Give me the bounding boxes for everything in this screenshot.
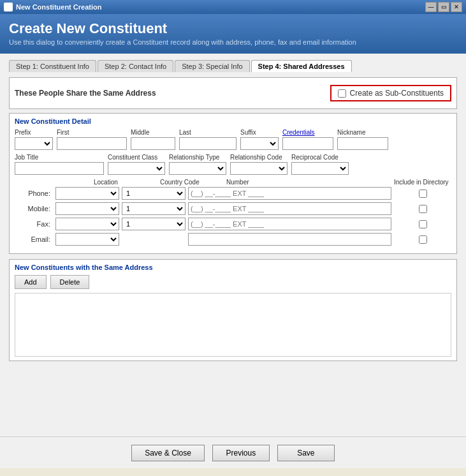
header: Create New Constituent Use this dialog t… — [0, 14, 466, 54]
constituents-btn-row: Add Delete — [15, 275, 451, 289]
detail-section: New Constituent Detail Prefix First Midd… — [9, 113, 457, 254]
job-title-input[interactable] — [15, 162, 104, 175]
phone-dir-checkbox[interactable] — [419, 190, 427, 198]
phone-label: Phone: — [15, 190, 53, 197]
fax-country-select[interactable]: 1 — [122, 218, 186, 230]
shared-address-section: These People Share the Same Address Crea… — [9, 77, 457, 109]
relationship-code-group: Relationship Code — [230, 154, 288, 175]
phone-location-select[interactable] — [55, 187, 119, 200]
first-label: First — [57, 129, 127, 136]
email-input[interactable] — [188, 233, 391, 246]
steps-bar: Step 1: Constituent Info Step 2: Contact… — [9, 60, 457, 72]
suffix-group: Suffix — [240, 129, 279, 150]
nickname-group: Nickname — [337, 129, 388, 150]
form-row-2: Job Title Constituent Class Relationship… — [15, 154, 451, 175]
close-button[interactable]: ✕ — [451, 2, 462, 12]
constituent-class-group: Constituent Class — [108, 154, 165, 175]
constituents-list — [15, 293, 451, 357]
mobile-label: Mobile: — [15, 205, 53, 212]
phone-number-input[interactable] — [188, 187, 391, 200]
mobile-include-dir — [394, 205, 451, 213]
detail-section-title: New Constituent Detail — [15, 117, 451, 125]
sub-constituents-checkbox[interactable] — [338, 89, 346, 98]
constituent-class-label: Constituent Class — [108, 154, 165, 161]
page-title: Create New Constituent — [9, 20, 457, 37]
title-bar-text: New Constituent Creation — [16, 3, 101, 11]
prefix-label: Prefix — [15, 129, 53, 136]
reciprocal-code-select[interactable] — [291, 162, 349, 175]
minimize-button[interactable]: — — [425, 2, 437, 12]
shared-address-title: These People Share the Same Address — [15, 89, 330, 98]
main-content: Step 1: Constituent Info Step 2: Contact… — [0, 54, 466, 436]
relationship-code-select[interactable] — [230, 162, 288, 175]
title-bar: New Constituent Creation — ▭ ✕ — [0, 0, 466, 14]
relationship-type-group: Relationship Type — [169, 154, 226, 175]
tab-step1[interactable]: Step 1: Constituent Info — [9, 60, 96, 72]
credentials-input[interactable] — [282, 137, 333, 150]
fax-include-dir — [394, 220, 451, 228]
mobile-country-select[interactable]: 1 — [122, 202, 186, 215]
suffix-label: Suffix — [240, 129, 279, 136]
mobile-location-select[interactable] — [55, 202, 119, 215]
form-row-1: Prefix First Middle Last Suffix Credenti… — [15, 129, 451, 150]
delete-button[interactable]: Delete — [50, 275, 90, 289]
constituents-section-title: New Constituents with the Same Address — [15, 264, 451, 271]
save-button[interactable]: Save — [277, 445, 335, 461]
email-include-dir — [394, 235, 451, 244]
email-location-select[interactable] — [55, 233, 119, 246]
fax-label: Fax: — [15, 220, 53, 228]
save-close-button[interactable]: Save & Close — [131, 445, 205, 461]
mobile-number-input[interactable] — [188, 202, 391, 215]
last-label: Last — [179, 129, 237, 136]
phone-country-select[interactable]: 1 — [122, 187, 186, 200]
page-subtitle: Use this dialog to conveniently create a… — [9, 38, 457, 46]
email-dir-checkbox[interactable] — [419, 235, 427, 244]
fax-location-select[interactable] — [55, 218, 119, 230]
last-input[interactable] — [179, 137, 237, 150]
middle-input[interactable] — [131, 137, 175, 150]
reciprocal-code-label: Reciprocal Code — [291, 154, 349, 161]
phone-include-dir — [394, 190, 451, 198]
title-bar-controls: — ▭ ✕ — [425, 2, 462, 12]
suffix-select[interactable] — [240, 137, 279, 150]
country-code-header: Country Code — [160, 179, 224, 186]
reciprocal-code-group: Reciprocal Code — [291, 154, 349, 175]
email-label: Email: — [15, 235, 53, 243]
previous-button[interactable]: Previous — [212, 445, 270, 461]
middle-label: Middle — [131, 129, 175, 136]
job-title-group: Job Title — [15, 154, 104, 175]
relationship-code-label: Relationship Code — [230, 154, 288, 161]
nickname-input[interactable] — [337, 137, 388, 150]
nickname-label: Nickname — [337, 129, 388, 136]
number-header: Number — [226, 179, 391, 186]
prefix-group: Prefix — [15, 129, 53, 150]
maximize-button[interactable]: ▭ — [438, 2, 449, 12]
fax-number-input[interactable] — [188, 218, 391, 230]
credentials-group: Credentials — [282, 129, 333, 150]
constituents-section: New Constituents with the Same Address A… — [9, 259, 457, 361]
last-group: Last — [179, 129, 237, 150]
tab-step4[interactable]: Step 4: Shared Addresses — [251, 60, 352, 72]
app-icon — [4, 3, 13, 11]
relationship-type-label: Relationship Type — [169, 154, 226, 161]
sub-constituents-label: Create as Sub-Constituents — [350, 89, 444, 98]
include-dir-header: Include in Directory — [394, 179, 451, 186]
tab-step2[interactable]: Step 2: Contact Info — [98, 60, 173, 72]
first-input[interactable] — [57, 137, 127, 150]
tab-step3[interactable]: Step 3: Special Info — [175, 60, 249, 72]
job-title-label: Job Title — [15, 154, 104, 161]
fax-dir-checkbox[interactable] — [419, 220, 427, 228]
prefix-select[interactable] — [15, 137, 53, 150]
first-group: First — [57, 129, 127, 150]
credentials-label[interactable]: Credentials — [282, 129, 333, 136]
add-button[interactable]: Add — [15, 275, 47, 289]
relationship-type-select[interactable] — [169, 162, 226, 175]
constituent-class-select[interactable] — [108, 162, 165, 175]
middle-group: Middle — [131, 129, 175, 150]
footer: Save & Close Previous Save — [0, 436, 466, 468]
mobile-dir-checkbox[interactable] — [419, 205, 427, 213]
sub-constituents-box: Create as Sub-Constituents — [330, 85, 451, 101]
location-header: Location — [94, 179, 157, 186]
